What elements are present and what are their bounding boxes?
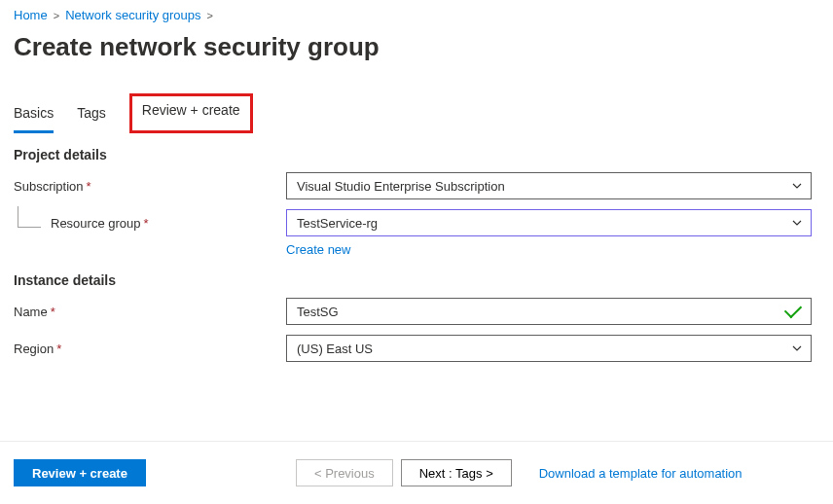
chevron-down-icon: [791, 180, 803, 192]
subscription-select[interactable]: Visual Studio Enterprise Subscription: [286, 172, 812, 199]
download-template-link[interactable]: Download a template for automation: [539, 466, 742, 481]
region-value: (US) East US: [297, 342, 373, 356]
name-value: TestSG: [297, 305, 339, 319]
instance-details-heading: Instance details: [14, 272, 819, 288]
next-button[interactable]: Next : Tags >: [401, 459, 512, 486]
tab-basics[interactable]: Basics: [14, 97, 54, 133]
chevron-down-icon: [791, 342, 803, 354]
page-title: Create network security group: [0, 26, 833, 82]
project-details-heading: Project details: [14, 147, 819, 162]
row-name: Name* TestSG: [14, 298, 819, 325]
previous-button[interactable]: < Previous: [296, 459, 393, 486]
review-create-button[interactable]: Review + create: [14, 459, 146, 486]
subscription-label: Subscription*: [14, 179, 286, 194]
resource-group-select[interactable]: TestService-rg: [286, 209, 812, 236]
row-resource-group: Resource group* TestService-rg: [14, 209, 819, 236]
indent-connector: [18, 206, 41, 228]
section-instance-details: Instance details Name* TestSG Region* (U…: [0, 267, 833, 362]
region-select[interactable]: (US) East US: [286, 335, 812, 362]
row-region: Region* (US) East US: [14, 335, 819, 362]
name-label: Name*: [14, 305, 286, 319]
resource-group-label: Resource group*: [14, 216, 286, 231]
chevron-down-icon: [791, 217, 803, 229]
create-new-link[interactable]: Create new: [286, 242, 350, 257]
region-label: Region*: [14, 342, 286, 356]
tabs: Basics Tags Review + create: [0, 97, 833, 133]
breadcrumb: Home > Network security groups >: [0, 0, 833, 26]
name-field[interactable]: TestSG: [286, 298, 812, 325]
footer: Review + create < Previous Next : Tags >…: [0, 441, 833, 504]
tab-tags[interactable]: Tags: [77, 97, 106, 133]
chevron-right-icon: >: [54, 10, 59, 21]
breadcrumb-nsg[interactable]: Network security groups: [65, 8, 200, 22]
resource-group-value: TestService-rg: [297, 216, 378, 231]
breadcrumb-home[interactable]: Home: [14, 8, 48, 22]
row-subscription: Subscription* Visual Studio Enterprise S…: [14, 172, 819, 199]
tab-review-create[interactable]: Review + create: [129, 93, 253, 133]
chevron-right-icon: >: [207, 10, 213, 21]
section-project-details: Project details Subscription* Visual Stu…: [0, 133, 833, 257]
subscription-value: Visual Studio Enterprise Subscription: [297, 179, 505, 194]
